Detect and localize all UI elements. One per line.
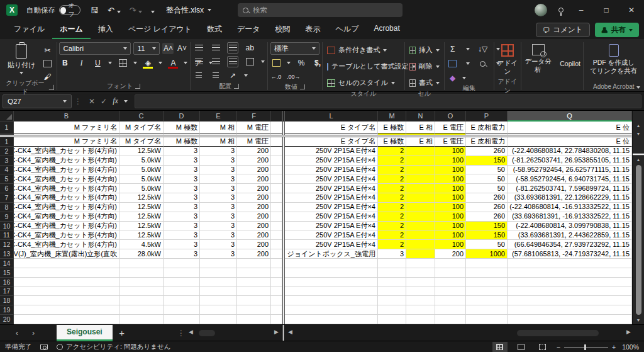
row-header-7[interactable]: 7 (0, 193, 14, 203)
cell-P5[interactable]: 50 (466, 174, 508, 184)
vertical-scrollbar[interactable]: ▲▼▲▼ (632, 111, 644, 324)
create-pdf-button[interactable]: PDF を作成してリンクを共有 (590, 59, 637, 75)
hscroll-left-arrow-1[interactable]: ◀ (189, 329, 193, 335)
cell-G6[interactable] (271, 184, 282, 193)
cell-F13[interactable]: 200 (237, 249, 271, 259)
cell-G11[interactable] (271, 230, 282, 240)
cell-C2[interactable]: 12.5kW (119, 147, 164, 156)
insert-cells-button[interactable]: 挿入 (408, 43, 441, 57)
cell-M19[interactable] (378, 305, 406, 315)
cell-O12[interactable]: 100 (435, 240, 466, 249)
undo-icon[interactable]: ↶ (108, 6, 121, 15)
row-header-10[interactable]: 10 (0, 222, 14, 231)
cell-O4[interactable]: 100 (435, 166, 466, 175)
addins-icon[interactable] (501, 44, 514, 57)
cell-E2[interactable]: 3 (200, 147, 237, 156)
cell-M1[interactable]: E 極数 (378, 122, 406, 133)
cell-B10[interactable]: C-CK4_室内機_カセット形(4方向) (14, 222, 119, 231)
cell-D14[interactable] (164, 259, 200, 268)
cell-Q18[interactable] (508, 296, 632, 305)
presence-pin-icon[interactable] (558, 8, 564, 13)
align-center-icon[interactable] (210, 56, 221, 67)
increase-indent-icon[interactable] (210, 70, 221, 81)
row-header-20[interactable]: 20 (0, 315, 14, 324)
cell-M13[interactable]: 3 (378, 249, 406, 259)
cell-O1[interactable]: E 電圧 (435, 122, 466, 133)
cell-B14[interactable] (14, 259, 119, 268)
number-dialog-launcher[interactable] (300, 84, 305, 89)
cell-G20[interactable] (271, 315, 282, 324)
cell-P20[interactable] (466, 315, 508, 324)
qat-customize-icon[interactable] (151, 6, 155, 15)
cell-E18[interactable] (200, 296, 237, 305)
cell-E20[interactable] (200, 315, 237, 324)
cell-G15[interactable] (271, 268, 282, 278)
cell-P15[interactable] (466, 268, 508, 278)
search-input[interactable]: 検索 (238, 3, 402, 17)
cell-C3[interactable]: 5.0kW (119, 156, 164, 166)
cell-P18[interactable] (466, 296, 508, 305)
cell-L12[interactable]: 250V 2P15A E付×4 (285, 240, 378, 249)
cell-M6[interactable]: 2 (378, 184, 406, 193)
cell-Q7[interactable]: (33.693681391, 22.128662229, 11.15 (508, 193, 632, 203)
cell-L14[interactable] (285, 259, 378, 268)
cell-M7[interactable]: 2 (378, 193, 406, 203)
avatar[interactable] (535, 4, 547, 16)
new-sheet-button[interactable]: + (113, 327, 131, 338)
row-header-19[interactable]: 19 (0, 305, 14, 315)
cell-F12[interactable]: 200 (237, 240, 271, 249)
cell-E5[interactable]: 3 (200, 174, 237, 184)
cell-P1[interactable]: E 皮相電力 (466, 122, 508, 133)
cell-L9[interactable]: 250V 2P15A E付×4 (285, 212, 378, 222)
cell-L15[interactable] (285, 268, 378, 278)
cell-O15[interactable] (435, 268, 466, 278)
cell-N18[interactable] (406, 296, 435, 305)
increase-font-icon[interactable]: A˄ (162, 43, 174, 54)
paste-button[interactable]: 貼り付け (4, 42, 40, 76)
cell-G1[interactable] (271, 137, 282, 147)
cell-B20[interactable] (14, 315, 119, 324)
cell-Q1[interactable]: E 位 (508, 122, 632, 133)
alignment-dialog-launcher[interactable] (234, 84, 239, 89)
ribbon-tab-ページ レイアウト[interactable]: ページ レイアウト (121, 20, 199, 39)
ribbon-tab-表示[interactable]: 表示 (298, 20, 328, 39)
cell-N5[interactable] (406, 174, 435, 184)
cell-N11[interactable] (406, 230, 435, 240)
cell-G12[interactable] (271, 240, 282, 249)
cell-F8[interactable]: 200 (237, 203, 271, 212)
ribbon-tab-校閲[interactable]: 校閲 (268, 20, 298, 39)
cell-N16[interactable] (406, 278, 435, 287)
cell-O7[interactable]: 100 (435, 193, 466, 203)
align-top-icon[interactable] (193, 42, 204, 54)
cell-E14[interactable] (200, 259, 237, 268)
select-all-corner[interactable] (0, 111, 14, 122)
cell-B9[interactable]: C-CK4_室内機_カセット形(4方向) (14, 212, 119, 222)
cell-B6[interactable]: C-CK4_室内機_カセット形(4方向) (14, 184, 119, 193)
cell-G2[interactable] (271, 147, 282, 156)
collapse-ribbon-icon[interactable] (636, 86, 640, 89)
cell-P19[interactable] (466, 305, 508, 315)
cell-E17[interactable] (200, 287, 237, 297)
cell-P14[interactable] (466, 259, 508, 268)
cell-O17[interactable] (435, 287, 466, 297)
cell-O3[interactable]: 100 (435, 156, 466, 166)
cell-F4[interactable]: 200 (237, 166, 271, 175)
column-header-O[interactable]: O (435, 111, 466, 122)
fill-icon[interactable] (447, 58, 458, 69)
addins-button[interactable]: アドイン (497, 59, 519, 75)
cell-M18[interactable] (378, 296, 406, 305)
cell-P10[interactable]: 150 (466, 222, 508, 231)
cell-C5[interactable]: 5.0kW (119, 174, 164, 184)
cell-B18[interactable] (14, 296, 119, 305)
cell-F5[interactable]: 200 (237, 174, 271, 184)
cell-F10[interactable]: 200 (237, 222, 271, 231)
cell-N8[interactable] (406, 203, 435, 212)
cell-M4[interactable]: 2 (378, 166, 406, 175)
cell-B4[interactable]: C-CK4_室内機_カセット形(4方向) (14, 166, 119, 175)
cell-G8[interactable] (271, 203, 282, 212)
cell-F2[interactable]: 200 (237, 147, 271, 156)
cell-G17[interactable] (271, 287, 282, 297)
cell-L20[interactable] (285, 315, 378, 324)
find-select-icon[interactable] (477, 58, 489, 69)
cell-O14[interactable] (435, 259, 466, 268)
